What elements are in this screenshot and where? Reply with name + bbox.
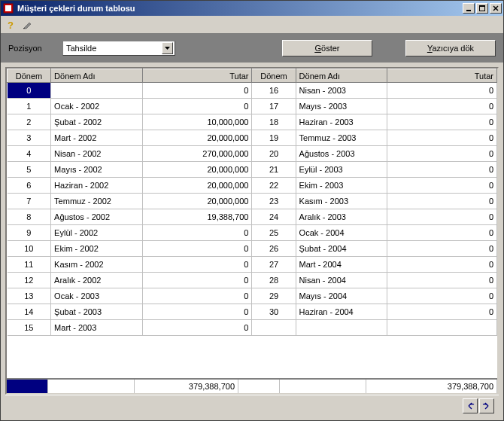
nav-back-button[interactable]	[463, 398, 478, 413]
cell[interactable]: Ocak - 2002	[51, 99, 143, 114]
cell[interactable]: 0	[387, 194, 497, 209]
cell[interactable]: 0	[387, 257, 497, 273]
table-row[interactable]: 3Mart - 200220,000,00019Temmuz - 20030	[8, 130, 497, 146]
cell[interactable]: 0	[387, 83, 497, 99]
cell[interactable]: Nisan - 2004	[296, 273, 387, 288]
table-row[interactable]: 15Mart - 20030	[8, 320, 497, 336]
cell[interactable]: Ocak - 2003	[51, 288, 143, 304]
table-row[interactable]: 7Temmuz - 200220,000,00023Kasım - 20030	[8, 194, 497, 209]
cell[interactable]: 0	[142, 257, 252, 273]
cell[interactable]: 0	[387, 288, 497, 304]
table-row[interactable]: 4Nisan - 2002270,000,00020Ağustos - 2003…	[8, 146, 497, 162]
cell[interactable]: Mart - 2002	[51, 130, 143, 146]
cell[interactable]: 0	[387, 130, 497, 146]
cell[interactable]: 24	[252, 209, 296, 225]
cell[interactable]: Temmuz - 2002	[51, 194, 143, 209]
cell[interactable]: 0	[142, 320, 252, 336]
cell[interactable]: 0	[387, 99, 497, 114]
cell[interactable]: Mayıs - 2004	[296, 288, 387, 304]
cell[interactable]: 22	[252, 178, 296, 194]
cell[interactable]: 13	[8, 288, 51, 304]
cell[interactable]: 14	[8, 304, 51, 320]
cell[interactable]: 8	[8, 209, 51, 225]
cell[interactable]: 16	[252, 83, 296, 99]
cell[interactable]: Mayıs - 2003	[296, 99, 387, 114]
cell[interactable]: Kasım - 2002	[51, 257, 143, 273]
cell[interactable]: 30	[252, 304, 296, 320]
cell[interactable]: 0	[387, 241, 497, 257]
cell[interactable]: 0	[387, 209, 497, 225]
table-row[interactable]: 5Mayıs - 200220,000,00021Eylül - 20030	[8, 162, 497, 178]
cell[interactable]: Ağustos - 2003	[296, 146, 387, 162]
cell[interactable]: 10,000,000	[142, 114, 252, 130]
cell[interactable]: Mart - 2004	[296, 257, 387, 273]
table-row[interactable]: 12Aralık - 2002028Nisan - 20040	[8, 273, 497, 288]
cell[interactable]: 20	[252, 146, 296, 162]
minimize-button[interactable]	[463, 3, 475, 14]
cell[interactable]	[252, 320, 296, 336]
cell[interactable]: Eylül - 2003	[296, 162, 387, 178]
data-grid[interactable]: Dönem Dönem Adı Tutar Dönem Dönem Adı Tu…	[5, 67, 499, 395]
cell[interactable]: 20,000,000	[142, 130, 252, 146]
cell[interactable]: 29	[252, 288, 296, 304]
cell[interactable]: 4	[8, 146, 51, 162]
close-button[interactable]	[490, 3, 502, 14]
cell[interactable]: 0	[142, 273, 252, 288]
cell[interactable]: Haziran - 2002	[51, 178, 143, 194]
cell[interactable]: 23	[252, 194, 296, 209]
cell[interactable]: Kasım - 2003	[296, 194, 387, 209]
table-row[interactable]: 2Şubat - 200210,000,00018Haziran - 20030	[8, 114, 497, 130]
cell[interactable]: 25	[252, 225, 296, 241]
cell[interactable]: 270,000,000	[142, 146, 252, 162]
table-row[interactable]: 13Ocak - 2003029Mayıs - 20040	[8, 288, 497, 304]
cell[interactable]: 20,000,000	[142, 194, 252, 209]
cell[interactable]: 1	[8, 99, 51, 114]
col-donemadi-2[interactable]: Dönem Adı	[296, 69, 387, 83]
cell[interactable]: 0	[387, 225, 497, 241]
cell[interactable]: Haziran - 2004	[296, 304, 387, 320]
cell[interactable]: 26	[252, 241, 296, 257]
cell[interactable]: Ocak - 2004	[296, 225, 387, 241]
nav-forward-button[interactable]	[479, 398, 494, 413]
print-button[interactable]: Yazıcıya dök	[405, 40, 496, 56]
cell[interactable]: Aralık - 2002	[51, 273, 143, 288]
cell[interactable]: 18	[252, 114, 296, 130]
cell[interactable]: Şubat - 2002	[51, 114, 143, 130]
cell[interactable]: Haziran - 2003	[296, 114, 387, 130]
cell[interactable]: Eylül - 2002	[51, 225, 143, 241]
cell[interactable]: 0	[387, 162, 497, 178]
col-tutar-1[interactable]: Tutar	[142, 69, 252, 83]
cell[interactable]: 9	[8, 225, 51, 241]
col-donem-2[interactable]: Dönem	[252, 69, 296, 83]
cell[interactable]: Temmuz - 2003	[296, 130, 387, 146]
edit-tool-button[interactable]	[20, 17, 35, 32]
cell[interactable]: 20,000,000	[142, 162, 252, 178]
cell[interactable]: 5	[8, 162, 51, 178]
cell[interactable]: Nisan - 2003	[296, 83, 387, 99]
table-row[interactable]: 14Şubat - 2003030Haziran - 20040	[8, 304, 497, 320]
cell[interactable]: Mayıs - 2002	[51, 162, 143, 178]
table-row[interactable]: 10Ekim - 2002026Şubat - 20040	[8, 241, 497, 257]
cell[interactable]: 11	[8, 257, 51, 273]
cell[interactable]: 7	[8, 194, 51, 209]
cell[interactable]: 20,000,000	[142, 178, 252, 194]
table-row[interactable]: 0016Nisan - 20030	[8, 83, 497, 99]
cell[interactable]: 0	[387, 273, 497, 288]
cell[interactable]: 2	[8, 114, 51, 130]
cell[interactable]	[51, 83, 143, 99]
cell[interactable]: Nisan - 2002	[51, 146, 143, 162]
help-button[interactable]: ?	[3, 17, 18, 32]
cell[interactable]: Ekim - 2002	[51, 241, 143, 257]
maximize-button[interactable]	[476, 3, 488, 14]
show-button[interactable]: Göster	[282, 40, 372, 56]
cell[interactable]	[387, 320, 497, 336]
cell[interactable]: 0	[387, 178, 497, 194]
cell[interactable]: 17	[252, 99, 296, 114]
cell[interactable]: 0	[142, 241, 252, 257]
position-dropdown[interactable]: Tahsilde	[62, 41, 175, 56]
cell[interactable]: Aralık - 2003	[296, 209, 387, 225]
cell[interactable]: 27	[252, 257, 296, 273]
cell[interactable]: 0	[142, 83, 252, 99]
cell[interactable]: 0	[387, 146, 497, 162]
table-row[interactable]: 11Kasım - 2002027Mart - 20040	[8, 257, 497, 273]
